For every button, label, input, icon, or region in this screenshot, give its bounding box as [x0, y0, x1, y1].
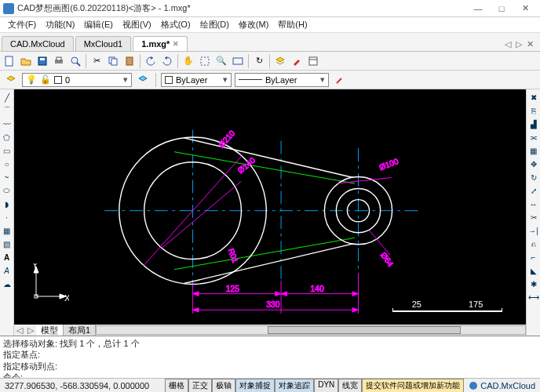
pan-button[interactable]: ✋: [181, 53, 196, 69]
linetype-dropdown[interactable]: ByLayer ▾: [235, 73, 329, 87]
close-button[interactable]: ✕: [513, 1, 537, 16]
tab-close-icon[interactable]: ✕: [173, 40, 179, 48]
undo-button[interactable]: [143, 53, 159, 69]
print-button[interactable]: [51, 53, 67, 69]
extend-tool[interactable]: →|: [527, 224, 540, 237]
paste-button[interactable]: [122, 53, 137, 69]
menu-view[interactable]: 视图(V): [118, 17, 156, 32]
menu-format[interactable]: 格式(O): [156, 17, 195, 32]
line-tool[interactable]: ╱: [1, 91, 13, 103]
regen-button[interactable]: ↻: [251, 53, 267, 69]
color-dropdown[interactable]: ByLayer ▾: [161, 73, 232, 87]
maximize-button[interactable]: □: [490, 1, 513, 16]
stretch-tool[interactable]: ↔: [527, 198, 540, 210]
preview-button[interactable]: [68, 53, 83, 69]
layers-button[interactable]: [272, 53, 288, 69]
erase-tool[interactable]: ✖: [527, 91, 540, 103]
text-tool[interactable]: A: [1, 264, 13, 277]
tabs-right-icon[interactable]: ▷: [514, 38, 524, 51]
layer-color-swatch: [54, 76, 62, 84]
props-button[interactable]: [305, 53, 321, 69]
save-button[interactable]: [35, 53, 50, 69]
layer-dropdown[interactable]: 💡 🔓 0 ▾: [22, 73, 132, 87]
layout1-tab[interactable]: 布局1: [64, 325, 96, 336]
canvas-wrap: Ø210 Ø140 Ø100 Ø64 R01: [14, 89, 526, 336]
menu-modify[interactable]: 修改(M): [234, 17, 274, 32]
rect-tool[interactable]: ▭: [1, 144, 13, 157]
tabs-left-icon[interactable]: ◁: [503, 38, 513, 51]
layer-prev-button[interactable]: [135, 72, 151, 88]
spline-tool[interactable]: ~: [1, 171, 13, 183]
svg-rect-9: [126, 57, 133, 65]
chamfer-tool[interactable]: ◣: [527, 264, 540, 277]
pline-tool[interactable]: 〰: [1, 118, 13, 130]
ellipse-tool[interactable]: ⬭: [1, 184, 13, 197]
move-tool[interactable]: ✥: [527, 158, 540, 170]
zoom-range-button[interactable]: [197, 53, 213, 69]
open-button[interactable]: [18, 53, 34, 69]
tab-cadmxcloud[interactable]: CAD.MxCloud: [2, 36, 74, 51]
svg-rect-10: [201, 57, 209, 65]
mirror-tool[interactable]: ▟: [527, 118, 540, 130]
circle-tool[interactable]: ○: [1, 158, 13, 170]
sb-dyn[interactable]: DYN: [314, 379, 338, 393]
explode-tool[interactable]: ✱: [527, 278, 540, 290]
svg-point-5: [71, 57, 78, 64]
tabs-close-all-icon[interactable]: ✕: [525, 38, 535, 51]
sb-grid[interactable]: 栅格: [165, 379, 188, 393]
tabs-scroll-right-icon[interactable]: ▷: [25, 325, 36, 336]
menubar: 文件(F) 功能(N) 编辑(E) 视图(V) 格式(O) 绘图(D) 修改(M…: [0, 17, 540, 33]
tab-label: CAD.MxCloud: [10, 39, 65, 49]
cmd-prompt: 命令:: [3, 372, 537, 378]
arc-tool[interactable]: ⌒: [1, 104, 13, 117]
array-tool[interactable]: ▦: [527, 144, 540, 157]
model-tab[interactable]: 模型: [36, 325, 64, 336]
command-area[interactable]: 选择移动对象: 找到 1 个，总计 1 个 指定基点: 指定移动到点: 命令:: [0, 336, 540, 378]
new-button[interactable]: [2, 53, 17, 69]
hscroll-thumb[interactable]: [268, 326, 461, 334]
menu-func[interactable]: 功能(N): [41, 17, 79, 32]
offset-tool[interactable]: ⫘: [527, 131, 540, 143]
trim-tool[interactable]: ✂: [527, 211, 540, 223]
sb-lwt[interactable]: 线宽: [338, 379, 362, 393]
menu-draw[interactable]: 绘图(D): [195, 17, 234, 32]
layer-manager-button[interactable]: [3, 72, 19, 88]
redo-button[interactable]: [159, 53, 175, 69]
ellipsearc-tool[interactable]: ◗: [1, 198, 13, 210]
sb-otrack[interactable]: 对象追踪: [275, 379, 314, 393]
layer-name: 0: [65, 75, 70, 85]
sb-osnap[interactable]: 对象捕捉: [235, 379, 275, 393]
menu-help[interactable]: 帮助(H): [273, 17, 312, 32]
sb-ortho[interactable]: 正交: [188, 379, 212, 393]
scale-tool[interactable]: ⤢: [527, 184, 540, 197]
rotate-tool[interactable]: ↻: [527, 171, 540, 183]
cloud-tool[interactable]: ☁: [1, 278, 13, 290]
mtext-tool[interactable]: A: [1, 251, 13, 263]
minimize-button[interactable]: —: [466, 1, 490, 16]
tabs-scroll-left-icon[interactable]: ◁: [14, 325, 25, 336]
point-tool[interactable]: ·: [1, 211, 13, 223]
sb-feedback[interactable]: 提交软件问题或增加新功能: [362, 379, 464, 393]
linetype-settings-button[interactable]: [332, 72, 348, 88]
propmatch-button[interactable]: [289, 53, 305, 69]
copy-button[interactable]: [105, 53, 121, 69]
dim-tool[interactable]: ⟷: [527, 291, 540, 303]
zoom-extent-button[interactable]: [230, 53, 246, 69]
zoom-in-button[interactable]: 🔍: [213, 53, 229, 69]
drawing-canvas[interactable]: Ø210 Ø140 Ø100 Ø64 R01: [14, 89, 526, 325]
hatch-tool[interactable]: ▧: [1, 238, 13, 250]
tab-1mxg[interactable]: 1.mxg*✕: [133, 36, 188, 51]
block-tool[interactable]: ▦: [1, 224, 13, 237]
sb-polar[interactable]: 极轴: [212, 379, 235, 393]
draw-toolbar: ╱ ⌒ 〰 ⬠ ▭ ○ ~ ⬭ ◗ · ▦ ▧ A A ☁: [0, 89, 14, 336]
menu-edit[interactable]: 编辑(E): [79, 17, 118, 32]
svg-marker-47: [352, 307, 359, 312]
hscrollbar[interactable]: [96, 325, 526, 335]
cut-button[interactable]: ✂: [89, 53, 104, 69]
fillet-tool[interactable]: ⌐: [527, 251, 540, 263]
break-tool[interactable]: ⎌: [527, 238, 540, 250]
tab-mxcloud1[interactable]: MxCloud1: [75, 36, 132, 51]
menu-file[interactable]: 文件(F): [3, 17, 41, 32]
polygon-tool[interactable]: ⬠: [1, 131, 13, 143]
copy-tool[interactable]: ⎘: [527, 104, 540, 117]
